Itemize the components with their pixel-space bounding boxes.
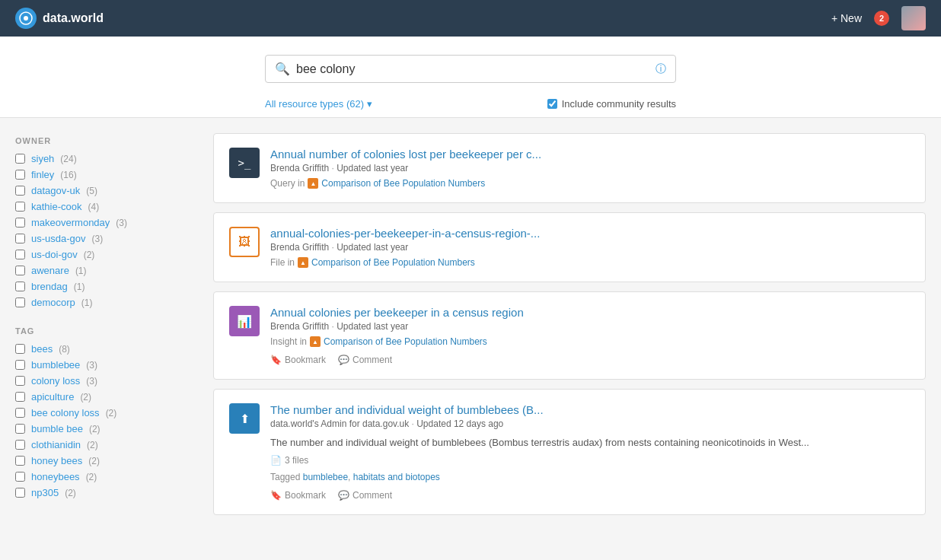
owner-checkbox[interactable] (15, 202, 25, 212)
bookmark-button[interactable]: 🔖 Bookmark (270, 355, 326, 365)
tag-link[interactable]: bumblebee (303, 472, 348, 482)
sidebar-owner-item[interactable]: makeovermonday (3) (15, 217, 198, 228)
sidebar-tag-item[interactable]: apiculture (2) (15, 391, 198, 402)
result-header: ⬆ The number and individual weight of bu… (229, 403, 910, 501)
result-title[interactable]: Annual colonies per beekeeper in a censu… (270, 306, 910, 319)
tag-count: (2) (106, 408, 117, 418)
comment-button[interactable]: 💬 Comment (338, 355, 392, 365)
logo[interactable]: data.world (15, 8, 104, 29)
result-header: 📊 Annual colonies per beekeeper in a cen… (229, 306, 910, 365)
tag-label: bee colony loss (31, 407, 100, 418)
result-author: Brenda Griffith (270, 242, 329, 253)
owner-count: (16) (60, 170, 76, 180)
sidebar-owner-item[interactable]: democorp (1) (15, 297, 198, 308)
sidebar-owner-item[interactable]: awenare (1) (15, 265, 198, 276)
owner-checkbox[interactable] (15, 250, 25, 259)
owner-section-title: OWNER (15, 136, 198, 145)
result-title[interactable]: Annual number of colonies lost per beeke… (270, 148, 910, 161)
project-icon: ▲ (298, 257, 308, 268)
tag-checkbox[interactable] (15, 392, 25, 402)
notification-badge[interactable]: 2 (874, 11, 889, 26)
sidebar: OWNER siyeh (24)finley (16)datagov-uk (5… (0, 118, 213, 549)
result-updated: Updated last year (337, 321, 408, 332)
tag-checkbox[interactable] (15, 440, 25, 450)
bookmark-button[interactable]: 🔖 Bookmark (270, 490, 326, 501)
sidebar-owner-item[interactable]: brendag (1) (15, 281, 198, 292)
sidebar-tag-item[interactable]: bumble bee (2) (15, 423, 198, 434)
sidebar-tag-item[interactable]: np305 (2) (15, 487, 198, 498)
result-type-icon: >_ (229, 148, 260, 178)
tag-checkbox[interactable] (15, 408, 25, 418)
search-box: 🔍 ⓘ (265, 55, 676, 83)
result-actions: 🔖 Bookmark 💬 Comment (270, 490, 910, 501)
sidebar-tag-item[interactable]: honey bees (2) (15, 455, 198, 466)
tag-checkbox[interactable] (15, 456, 25, 466)
logo-text: data.world (43, 11, 104, 25)
context-link[interactable]: Comparison of Bee Population Numbers (324, 336, 487, 347)
context-link[interactable]: Comparison of Bee Population Numbers (321, 178, 485, 189)
sidebar-owner-item[interactable]: kathie-cook (4) (15, 201, 198, 212)
context-link[interactable]: Comparison of Bee Population Numbers (311, 257, 475, 268)
sidebar-tag-item[interactable]: bee colony loss (2) (15, 407, 198, 418)
owner-checkbox[interactable] (15, 298, 25, 307)
sidebar-tag-item[interactable]: honeybees (2) (15, 471, 198, 482)
owner-checkbox[interactable] (15, 282, 25, 291)
owner-checkbox[interactable] (15, 186, 25, 196)
result-context: Query in ▲ Comparison of Bee Population … (270, 178, 910, 189)
sidebar-owner-item[interactable]: datagov-uk (5) (15, 185, 198, 196)
owner-count: (1) (81, 298, 93, 308)
tag-checkbox[interactable] (15, 488, 25, 498)
tag-label: honey bees (31, 455, 82, 466)
tag-count: (2) (87, 440, 98, 450)
tag-checkbox[interactable] (15, 344, 25, 354)
result-subtitle: Brenda Griffith · Updated last year (270, 321, 910, 332)
comment-label: Comment (352, 490, 392, 501)
result-tags: Tagged bumblebee, habitats and biotopes (270, 472, 910, 482)
tag-label: honeybees (31, 471, 80, 482)
sidebar-owner-item[interactable]: siyeh (24) (15, 153, 198, 164)
tag-checkbox[interactable] (15, 472, 25, 482)
tag-checkbox[interactable] (15, 360, 25, 370)
tag-link[interactable]: habitats and biotopes (353, 472, 440, 482)
owner-label: datagov-uk (31, 185, 80, 196)
result-header: 🖼 annual-colonies-per-beekeeper-in-a-cen… (229, 227, 910, 268)
tag-checkbox[interactable] (15, 424, 25, 434)
avatar[interactable] (901, 6, 926, 30)
owner-checkbox[interactable] (15, 266, 25, 275)
tag-checkbox[interactable] (15, 376, 25, 386)
owner-label: us-usda-gov (31, 233, 86, 244)
result-title[interactable]: annual-colonies-per-beekeeper-in-a-censu… (270, 227, 910, 240)
result-title[interactable]: The number and individual weight of bumb… (270, 403, 910, 416)
search-filters: All resource types (62) ▾ Include commun… (265, 92, 676, 117)
result-card: >_ Annual number of colonies lost per be… (213, 133, 926, 203)
new-button[interactable]: + New (831, 12, 862, 24)
sidebar-tag-item[interactable]: bumblebee (3) (15, 359, 198, 371)
result-header: >_ Annual number of colonies lost per be… (229, 148, 910, 189)
resource-type-filter[interactable]: All resource types (62) ▾ (265, 98, 372, 110)
owner-count: (2) (84, 250, 95, 260)
community-label: Include community results (562, 98, 676, 110)
sidebar-tag-item[interactable]: bees (8) (15, 343, 198, 355)
sidebar-owner-item[interactable]: us-usda-gov (3) (15, 233, 198, 244)
tag-label: bees (31, 343, 53, 355)
search-help-icon[interactable]: ⓘ (656, 62, 666, 76)
tag-count: (3) (86, 376, 97, 387)
owner-count: (3) (92, 234, 104, 244)
result-subtitle: Brenda Griffith · Updated last year (270, 163, 910, 173)
owner-checkbox[interactable] (15, 170, 25, 180)
search-input[interactable] (296, 62, 649, 76)
tag-section-title: TAG (15, 326, 198, 336)
sidebar-owner-item[interactable]: us-doi-gov (2) (15, 249, 198, 260)
sidebar-tag-item[interactable]: colony loss (3) (15, 375, 198, 387)
sidebar-tag-item[interactable]: clothianidin (2) (15, 439, 198, 450)
owner-checkbox[interactable] (15, 154, 25, 164)
result-actions: 🔖 Bookmark 💬 Comment (270, 355, 910, 365)
owner-checkbox[interactable] (15, 234, 25, 243)
result-description: The number and individual weight of bumb… (270, 435, 910, 450)
owner-checkbox[interactable] (15, 218, 25, 228)
bookmark-label: Bookmark (285, 355, 326, 365)
community-checkbox[interactable] (547, 99, 557, 109)
owner-label: awenare (31, 265, 69, 276)
comment-button[interactable]: 💬 Comment (338, 490, 392, 501)
sidebar-owner-item[interactable]: finley (16) (15, 169, 198, 180)
